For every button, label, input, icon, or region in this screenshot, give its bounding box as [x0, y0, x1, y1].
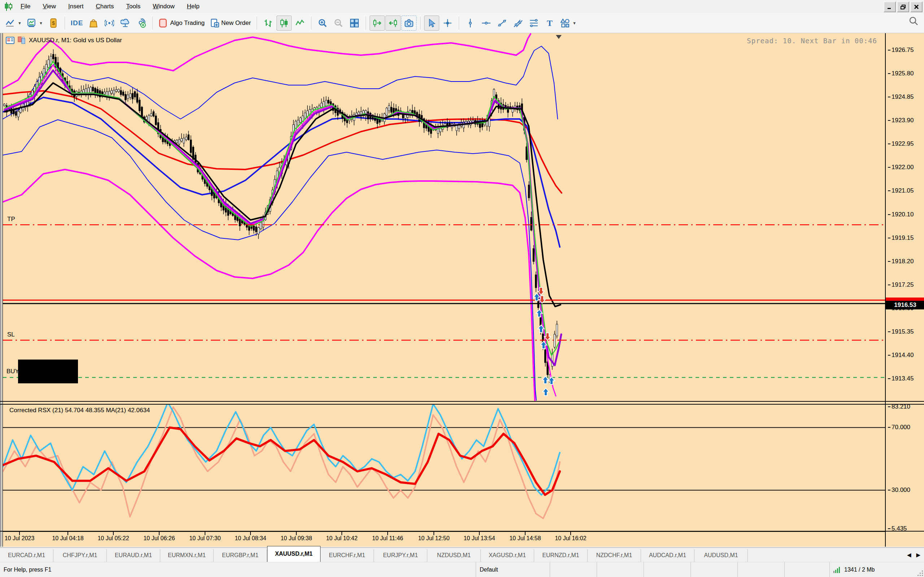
bars-chart-glyph — [263, 18, 273, 28]
price-axis-label: 1925.80 — [888, 70, 914, 77]
chart-tab-nzdusd[interactable]: NZDUSD,M1 — [427, 549, 481, 562]
tp-level-label[interactable]: TP — [7, 216, 15, 223]
chart-canvas[interactable] — [3, 33, 885, 547]
close-button[interactable] — [910, 2, 922, 12]
indicator-axis-label: 70.000 — [888, 424, 910, 431]
status-cell-6 — [784, 562, 829, 577]
market-bag[interactable] — [86, 16, 101, 31]
shapes[interactable]: ▼ — [558, 16, 578, 31]
vertical-line-glyph — [465, 18, 475, 28]
bars-chart[interactable] — [261, 16, 276, 31]
time-axis-label: 10 Jul 07:30 — [189, 535, 221, 542]
equidistant-channel[interactable] — [526, 16, 541, 31]
chart-tab-audcad-r[interactable]: AUDCAD.r,M1 — [641, 549, 695, 562]
new-order-button[interactable]: New Order — [208, 16, 253, 31]
line-chart[interactable] — [292, 16, 307, 31]
chart-type-line-glyph — [5, 18, 15, 28]
depth-of-market-icon[interactable] — [17, 36, 26, 45]
chart-tab-xauusd-r[interactable]: XAUUSD.r,M1 — [267, 546, 320, 562]
main-menu: FileViewInsertChartsToolsWindowHelp — [15, 3, 206, 10]
chart-tab-eurmxn-r[interactable]: EURMXN.r,M1 — [160, 549, 214, 562]
price-axis[interactable]: 1926.751925.801924.851923.901922.951922.… — [885, 33, 924, 547]
minimize-button[interactable] — [884, 2, 896, 12]
chart-tab-eurcad-r[interactable]: EURCAD.r,M1 — [0, 549, 53, 562]
vertical-line[interactable] — [463, 16, 478, 31]
signals[interactable] — [102, 16, 117, 31]
chart-tab-eurchf-r[interactable]: EURCHF.r,M1 — [320, 549, 374, 562]
restore-button[interactable] — [897, 2, 909, 12]
chart-left-border — [0, 33, 3, 547]
chart-type-line[interactable]: ▼ — [3, 16, 24, 31]
time-axis-label: 10 Jul 14:58 — [509, 535, 541, 542]
camera[interactable] — [401, 16, 417, 31]
candles-chart-glyph — [279, 18, 289, 28]
auto-scroll[interactable] — [386, 16, 401, 31]
dropdown-caret-icon[interactable]: ▼ — [572, 21, 577, 25]
status-profile[interactable]: Default — [476, 562, 550, 577]
chart-tab-nzdchf-r[interactable]: NZDCHF.r,M1 — [588, 549, 641, 562]
menu-item-tools[interactable]: Tools — [120, 3, 147, 10]
indicator-pane[interactable] — [3, 403, 885, 519]
menu-item-charts[interactable]: Charts — [90, 3, 120, 10]
chart-profile[interactable]: ▼ — [24, 16, 45, 31]
chart-title: XAUUSD.r, M1: Gold vs US Dollar — [29, 37, 122, 44]
chart-tab-xagusd-r[interactable]: XAGUSD.r,M1 — [481, 549, 534, 562]
cursor[interactable] — [424, 16, 439, 31]
buy-level-label[interactable]: BUY — [6, 368, 19, 375]
candles-chart[interactable] — [276, 16, 292, 31]
menu-item-window[interactable]: Window — [147, 3, 181, 10]
one-click-trading-icon[interactable] — [6, 36, 15, 45]
resize-grip[interactable] — [914, 562, 924, 577]
dollar-coin[interactable]: $ — [46, 16, 61, 31]
chart-tab-eurgbp-r[interactable]: EURGBP.r,M1 — [214, 549, 267, 562]
channel-glyph — [513, 18, 523, 28]
toolbar-separator — [65, 16, 65, 29]
chart-window[interactable]: XAUUSD.r, M1: Gold vs US Dollar Spread: … — [0, 33, 924, 547]
price-axis-label: 1918.20 — [888, 258, 914, 265]
horizontal-line[interactable] — [478, 16, 494, 31]
level-lines[interactable] — [3, 225, 885, 377]
shift-chart[interactable] — [370, 16, 385, 31]
crosshair-glyph — [443, 18, 452, 28]
menu-item-view[interactable]: View — [36, 3, 62, 10]
menu-item-file[interactable]: File — [15, 3, 36, 10]
zoom-in[interactable] — [315, 16, 330, 31]
crosshair[interactable] — [440, 16, 455, 31]
tabs-scroll-left-icon[interactable]: ◀ — [907, 552, 911, 558]
dropdown-caret-icon[interactable]: ▼ — [18, 21, 22, 25]
time-axis-label: 10 Jul 08:34 — [234, 535, 266, 542]
tile-windows-glyph — [350, 18, 359, 28]
menu-item-help[interactable]: Help — [181, 3, 206, 10]
chart-tab-chfjpy-r[interactable]: CHFJPY.r,M1 — [53, 549, 107, 562]
status-connection[interactable]: 1341 / 2 Mb — [829, 562, 914, 577]
price-axis-label: 1924.85 — [888, 93, 914, 101]
text-tool[interactable]: T — [542, 16, 557, 31]
channel[interactable] — [510, 16, 525, 31]
price-pane[interactable] — [3, 34, 562, 400]
chart-tab-euraud-r[interactable]: EURAUD.r,M1 — [107, 549, 160, 562]
ide-button[interactable]: IDE — [69, 16, 86, 31]
price-axis-label: 1913.45 — [888, 375, 914, 382]
menu-item-insert[interactable]: Insert — [62, 3, 90, 10]
pane-splitter-bottom[interactable] — [0, 404, 924, 405]
dropdown-caret-icon[interactable]: ▼ — [39, 21, 43, 25]
search-icon[interactable] — [908, 16, 919, 27]
new-order-button-label: New Order — [221, 19, 251, 27]
price-axis-label: 1920.10 — [888, 211, 914, 218]
zoom-out[interactable] — [331, 16, 346, 31]
chart-tab-eurjpy-r[interactable]: EURJPY.r,M1 — [374, 549, 427, 562]
chart-tab-audusd[interactable]: AUDUSD,M1 — [695, 549, 748, 562]
time-axis-label: 10 Jul 06:26 — [143, 535, 175, 542]
trendline[interactable] — [494, 16, 510, 31]
cloud[interactable] — [118, 16, 133, 31]
tabs-scroll-right-icon[interactable]: ▶ — [916, 552, 921, 558]
algo-trading-button[interactable]: Algo Trading — [156, 16, 207, 31]
vps[interactable] — [134, 16, 149, 31]
pane-splitter-top[interactable] — [0, 401, 924, 402]
time-axis-label: 10 Jul 12:50 — [418, 535, 449, 542]
tile-windows[interactable] — [347, 16, 362, 31]
chart-tab-eurnzd-r[interactable]: EURNZD.r,M1 — [534, 549, 588, 562]
buy-arrow-icon — [543, 388, 549, 396]
sl-level-label[interactable]: SL — [7, 331, 15, 338]
algo-trading-button-glyph — [158, 18, 168, 28]
